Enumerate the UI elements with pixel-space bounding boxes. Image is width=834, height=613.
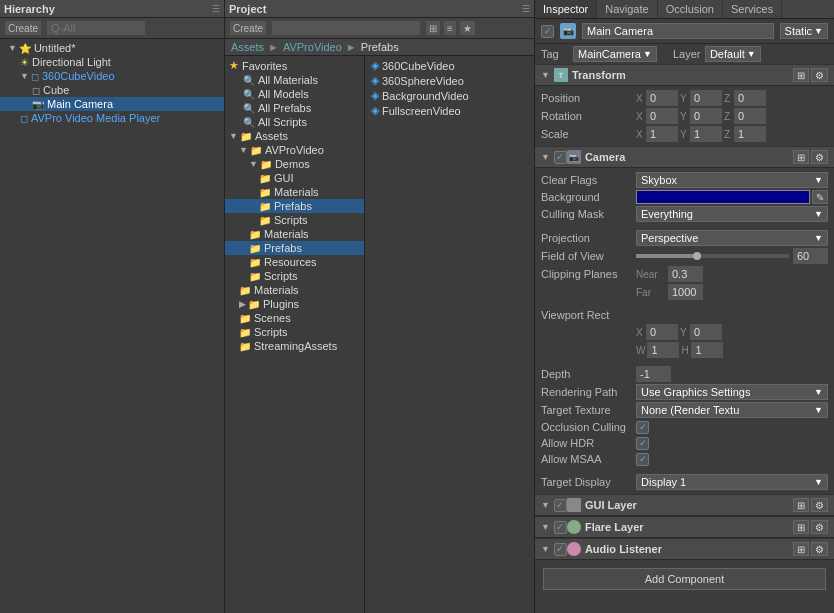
project-menu-icon[interactable]: ☰ bbox=[522, 4, 530, 14]
assets-root-folder[interactable]: ▼ 📁 Assets bbox=[225, 129, 364, 143]
audio-listener-menu-btn[interactable]: ⚙ bbox=[811, 542, 828, 556]
tag-dropdown[interactable]: MainCamera ▼ bbox=[573, 46, 657, 62]
audio-listener-header[interactable]: ▼ Audio Listener ⊞ ⚙ bbox=[535, 538, 834, 560]
scripts-top-folder[interactable]: 📁 Scripts bbox=[225, 325, 364, 339]
flare-layer-menu-btn[interactable]: ⚙ bbox=[811, 520, 828, 534]
camera-menu-btn[interactable]: ⚙ bbox=[811, 150, 828, 164]
fav-all-materials[interactable]: 🔍 All Materials bbox=[225, 73, 364, 87]
plugins-folder[interactable]: ▶ 📁 Plugins bbox=[225, 297, 364, 311]
add-component-button[interactable]: Add Component bbox=[543, 568, 826, 590]
hierarchy-item-360cube[interactable]: ▼ ◻ 360CubeVideo bbox=[0, 69, 224, 83]
scripts-main-folder[interactable]: 📁 Scripts bbox=[225, 269, 364, 283]
gui-folder[interactable]: 📁 GUI bbox=[225, 171, 364, 185]
gui-layer-copy-btn[interactable]: ⊞ bbox=[793, 498, 809, 512]
prefabs-main-folder[interactable]: 📁 Prefabs bbox=[225, 241, 364, 255]
audio-listener-copy-btn[interactable]: ⊞ bbox=[793, 542, 809, 556]
depth-field[interactable] bbox=[636, 366, 671, 382]
hierarchy-menu-icon[interactable]: ☰ bbox=[212, 4, 220, 14]
hierarchy-item-directional-light[interactable]: ☀ Directional Light bbox=[0, 55, 224, 69]
pos-y-field[interactable] bbox=[690, 90, 722, 106]
gui-layer-checkbox[interactable] bbox=[554, 499, 567, 512]
tab-occlusion[interactable]: Occlusion bbox=[658, 0, 723, 18]
target-display-dropdown[interactable]: Display 1 ▼ bbox=[636, 474, 828, 490]
obj-active-checkbox[interactable] bbox=[541, 25, 554, 38]
background-color-picker-btn[interactable]: ✎ bbox=[812, 190, 828, 204]
rot-x-field[interactable] bbox=[646, 108, 678, 124]
fov-slider-thumb[interactable] bbox=[693, 252, 701, 260]
fov-field[interactable] bbox=[793, 248, 828, 264]
gui-layer-menu-btn[interactable]: ⚙ bbox=[811, 498, 828, 512]
project-create-button[interactable]: Create bbox=[229, 20, 267, 36]
hierarchy-create-button[interactable]: Create bbox=[4, 20, 42, 36]
msaa-checkbox[interactable] bbox=[636, 453, 649, 466]
occlusion-checkbox[interactable] bbox=[636, 421, 649, 434]
materials-top-folder[interactable]: 📁 Materials bbox=[225, 283, 364, 297]
breadcrumb-avprovideo[interactable]: AVProVideo bbox=[283, 41, 342, 53]
rot-z-field[interactable] bbox=[734, 108, 766, 124]
fav-all-scripts[interactable]: 🔍 All Scripts bbox=[225, 115, 364, 129]
hdr-checkbox[interactable] bbox=[636, 437, 649, 450]
hierarchy-item-main-camera[interactable]: 📷 Main Camera bbox=[0, 97, 224, 111]
flare-layer-checkbox[interactable] bbox=[554, 521, 567, 534]
project-view-btn1[interactable]: ⊞ bbox=[425, 20, 441, 36]
scale-x-field[interactable] bbox=[646, 126, 678, 142]
materials-main-folder[interactable]: 📁 Materials bbox=[225, 227, 364, 241]
pos-x-field[interactable] bbox=[646, 90, 678, 106]
scenes-folder[interactable]: 📁 Scenes bbox=[225, 311, 364, 325]
projection-dropdown[interactable]: Perspective ▼ bbox=[636, 230, 828, 246]
camera-active-checkbox[interactable] bbox=[554, 151, 567, 164]
hierarchy-search-input[interactable] bbox=[46, 20, 146, 36]
target-texture-dropdown[interactable]: None (Render Textu ▼ bbox=[636, 402, 828, 418]
tab-services[interactable]: Services bbox=[723, 0, 782, 18]
vp-x-field[interactable] bbox=[646, 324, 678, 340]
audio-listener-checkbox[interactable] bbox=[554, 543, 567, 556]
rot-y-field[interactable] bbox=[690, 108, 722, 124]
transform-component-header[interactable]: ▼ T Transform ⊞ ⚙ bbox=[535, 64, 834, 86]
project-view-btn2[interactable]: ≡ bbox=[443, 20, 457, 36]
near-field[interactable] bbox=[668, 266, 703, 282]
vp-y-field[interactable] bbox=[690, 324, 722, 340]
fov-slider[interactable] bbox=[636, 254, 789, 258]
prefabs-sub-folder[interactable]: 📁 Prefabs bbox=[225, 199, 364, 213]
culling-mask-dropdown[interactable]: Everything ▼ bbox=[636, 206, 828, 222]
clear-flags-dropdown[interactable]: Skybox ▼ bbox=[636, 172, 828, 188]
breadcrumb-assets[interactable]: Assets bbox=[231, 41, 264, 53]
scripts-sub-folder[interactable]: 📁 Scripts bbox=[225, 213, 364, 227]
pos-z-field[interactable] bbox=[734, 90, 766, 106]
background-color-swatch[interactable] bbox=[636, 190, 810, 204]
project-view-btn3[interactable]: ★ bbox=[459, 20, 476, 36]
asset-fullscreen[interactable]: ◈ FullscreenVideo bbox=[369, 103, 530, 118]
static-dropdown[interactable]: Static ▼ bbox=[780, 23, 828, 39]
layer-dropdown[interactable]: Default ▼ bbox=[705, 46, 761, 62]
transform-copy-btn[interactable]: ⊞ bbox=[793, 68, 809, 82]
hierarchy-item-cube[interactable]: ◻ Cube bbox=[0, 83, 224, 97]
scale-y-field[interactable] bbox=[690, 126, 722, 142]
tab-navigate[interactable]: Navigate bbox=[597, 0, 657, 18]
fav-all-prefabs[interactable]: 🔍 All Prefabs bbox=[225, 101, 364, 115]
camera-copy-btn[interactable]: ⊞ bbox=[793, 150, 809, 164]
resources-folder[interactable]: 📁 Resources bbox=[225, 255, 364, 269]
far-field[interactable] bbox=[668, 284, 703, 300]
asset-360cube[interactable]: ◈ 360CubeVideo bbox=[369, 58, 530, 73]
obj-name-field[interactable] bbox=[582, 23, 774, 39]
fav-all-models[interactable]: 🔍 All Models bbox=[225, 87, 364, 101]
demos-folder[interactable]: ▼ 📁 Demos bbox=[225, 157, 364, 171]
transform-menu-btn[interactable]: ⚙ bbox=[811, 68, 828, 82]
hierarchy-item-untitled[interactable]: ▼ ⭐ Untitled* bbox=[0, 41, 224, 55]
gui-layer-header[interactable]: ▼ GUI Layer ⊞ ⚙ bbox=[535, 494, 834, 516]
flare-layer-copy-btn[interactable]: ⊞ bbox=[793, 520, 809, 534]
favorites-folder[interactable]: ★ Favorites bbox=[225, 58, 364, 73]
avprovideo-folder[interactable]: ▼ 📁 AVProVideo bbox=[225, 143, 364, 157]
asset-360sphere[interactable]: ◈ 360SphereVideo bbox=[369, 73, 530, 88]
project-search-input[interactable] bbox=[271, 20, 421, 36]
asset-background[interactable]: ◈ BackgroundVideo bbox=[369, 88, 530, 103]
camera-component-header[interactable]: ▼ 📷 Camera ⊞ ⚙ bbox=[535, 146, 834, 168]
flare-layer-header[interactable]: ▼ Flare Layer ⊞ ⚙ bbox=[535, 516, 834, 538]
streaming-folder[interactable]: 📁 StreamingAssets bbox=[225, 339, 364, 353]
materials-sub-folder[interactable]: 📁 Materials bbox=[225, 185, 364, 199]
vp-h-field[interactable] bbox=[691, 342, 723, 358]
tab-inspector[interactable]: Inspector bbox=[535, 0, 597, 18]
vp-w-field[interactable] bbox=[647, 342, 679, 358]
rendering-path-dropdown[interactable]: Use Graphics Settings ▼ bbox=[636, 384, 828, 400]
scale-z-field[interactable] bbox=[734, 126, 766, 142]
